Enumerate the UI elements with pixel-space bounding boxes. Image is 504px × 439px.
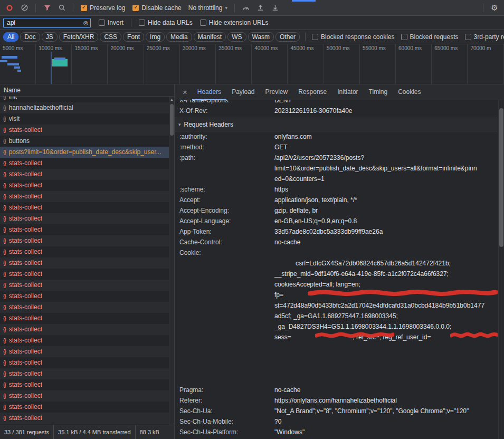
blocked-requests-checkbox[interactable]: Blocked requests	[401, 33, 459, 41]
request-row[interactable]: {} hannahelizabethofficial	[0, 102, 169, 113]
disable-cache-label: Disable cache	[141, 4, 181, 12]
request-row[interactable]: {} stats-collect	[0, 413, 169, 424]
type-filter-chip[interactable]: Manifest	[194, 32, 226, 42]
header-row: Accept-Language: en-GB,en-US;q=0.9,en;q=…	[175, 216, 498, 226]
details-tab[interactable]: Timing	[364, 84, 393, 100]
request-row[interactable]: {} stats-collect	[0, 324, 169, 335]
json-braces-icon: {}	[3, 291, 6, 302]
disable-cache-checkbox[interactable]: Disable cache	[132, 4, 181, 12]
request-row[interactable]: {} stats-collect	[0, 202, 169, 213]
request-row[interactable]: {} stats-collect	[0, 280, 169, 291]
request-row[interactable]: {} stats-collect	[0, 169, 169, 180]
details-tab[interactable]: Response	[293, 84, 332, 100]
request-name: stats-collect	[9, 202, 42, 213]
request-row[interactable]: {} stats-collect	[0, 158, 169, 169]
request-row[interactable]: {} stats-collect	[0, 246, 169, 257]
request-row[interactable]: {} stats-collect	[0, 257, 169, 269]
scrollbar-thumb[interactable]	[499, 108, 503, 247]
divider	[305, 33, 306, 41]
request-row[interactable]: {} stats-collect	[0, 302, 169, 313]
checkbox-unchecked-icon	[401, 34, 407, 40]
request-row[interactable]: {} stats-collect	[0, 402, 169, 413]
request-row[interactable]: {} stats-collect	[0, 368, 169, 379]
hide-extension-urls-checkbox[interactable]: Hide extension URLs	[200, 19, 269, 26]
network-conditions-button[interactable]	[240, 2, 252, 14]
type-filter-chip[interactable]: Img	[146, 32, 165, 42]
request-row[interactable]: {} stats-collect	[0, 335, 169, 346]
request-row[interactable]: {} stats-collect	[0, 191, 169, 202]
scrollbar-thumb[interactable]	[170, 104, 174, 136]
details-tab[interactable]: Payload	[226, 84, 260, 100]
request-row[interactable]: {} stats-collect	[0, 224, 169, 235]
json-braces-icon: {}	[3, 313, 6, 324]
request-name: stats-collect	[9, 368, 42, 379]
header-value: 202312261916-30670fa40e	[274, 106, 498, 116]
type-filter-chip[interactable]: CSS	[100, 32, 121, 42]
upload-icon	[256, 4, 264, 12]
request-row[interactable]: {} stats-collect	[0, 390, 169, 402]
timeline-tick-label: 30000 ms	[180, 45, 216, 52]
details-tab[interactable]: Preview	[260, 84, 293, 100]
filter-button[interactable]	[41, 2, 53, 14]
request-row[interactable]: {} stats-collect	[0, 346, 169, 357]
request-row[interactable]: {} stats-collect	[0, 269, 169, 280]
network-filter-input[interactable]	[3, 18, 91, 28]
type-filter-chip[interactable]: Fetch/XHR	[59, 32, 99, 42]
json-braces-icon: {}	[3, 335, 6, 346]
request-list-scrollbar[interactable]: ▲	[169, 97, 174, 425]
type-filter-chip[interactable]: Other	[275, 32, 300, 42]
type-filter-chip[interactable]: JS	[42, 32, 58, 42]
request-row[interactable]: {} init	[0, 97, 169, 102]
request-headers-section-toggle[interactable]: ▾ Request Headers	[175, 118, 498, 131]
details-scrollbar[interactable]	[498, 100, 504, 439]
invert-checkbox[interactable]: Invert	[99, 19, 123, 26]
request-row[interactable]: {} posts?limit=10&order=publish_date_des…	[0, 147, 169, 158]
type-filter-chip[interactable]: All	[3, 32, 18, 42]
request-row[interactable]: {} stats-collect	[0, 235, 169, 246]
header-value: https	[274, 184, 498, 195]
scroll-up-icon[interactable]: ▲	[169, 97, 174, 103]
record-button[interactable]	[3, 2, 16, 14]
preserve-log-label: Preserve log	[90, 4, 125, 12]
details-tab[interactable]: Initiator	[332, 84, 363, 100]
requests-count: 33 / 381 requests	[0, 425, 54, 439]
details-tab[interactable]: Headers	[192, 84, 226, 100]
clear-filter-icon[interactable]: ⊗	[83, 19, 89, 27]
blocked-response-cookies-checkbox[interactable]: Blocked response cookies	[312, 33, 394, 41]
details-tab[interactable]: Cookies	[393, 84, 426, 100]
type-filter-chip[interactable]: WS	[227, 32, 246, 42]
hide-extension-urls-label: Hide extension URLs	[209, 19, 269, 26]
download-icon	[271, 4, 279, 12]
type-filter-chip[interactable]: Media	[166, 32, 192, 42]
settings-button[interactable]: ⚙	[488, 2, 501, 14]
import-har-button[interactable]	[254, 2, 267, 14]
throttling-dropdown[interactable]: No throttling ▾	[188, 4, 227, 12]
search-button[interactable]	[55, 2, 68, 14]
waterfall-bar	[2, 56, 17, 59]
checkbox-unchecked-icon	[312, 34, 318, 40]
type-filter-chip[interactable]: Wasm	[248, 32, 274, 42]
hide-data-urls-checkbox[interactable]: Hide data URLs	[139, 19, 193, 26]
request-row[interactable]: {} stats-collect	[0, 313, 169, 324]
export-har-button[interactable]	[269, 2, 282, 14]
type-filter-chip[interactable]: Font	[123, 32, 144, 42]
third-party-requests-checkbox[interactable]: 3rd-party requests	[465, 33, 504, 41]
header-value: csrf=LdfcGX4Sa72db06824c657db26a5d142472…	[274, 247, 498, 385]
header-name: Cache-Control:	[179, 237, 274, 247]
request-row[interactable]: {} stats-collect	[0, 213, 169, 224]
request-row[interactable]: {} stats-collect	[0, 379, 169, 390]
type-filter-chip[interactable]: Doc	[20, 32, 40, 42]
timeline-tick-label: 55000 ms	[360, 45, 396, 52]
request-row[interactable]: {} stats-collect	[0, 125, 169, 136]
preserve-log-checkbox[interactable]: Preserve log	[81, 4, 125, 12]
name-column-header[interactable]: Name	[0, 84, 174, 97]
search-icon	[58, 4, 66, 12]
request-row[interactable]: {} stats-collect	[0, 357, 169, 368]
request-row[interactable]: {} stats-collect	[0, 291, 169, 302]
close-details-button[interactable]: ×	[178, 85, 192, 100]
clear-button[interactable]	[18, 2, 31, 14]
request-row[interactable]: {} buttons	[0, 136, 169, 147]
request-row[interactable]: {} visit	[0, 113, 169, 125]
timeline-overview[interactable]: 5000 ms10000 ms15000 ms20000 ms25000 ms3…	[0, 44, 504, 84]
request-row[interactable]: {} stats-collect	[0, 180, 169, 191]
